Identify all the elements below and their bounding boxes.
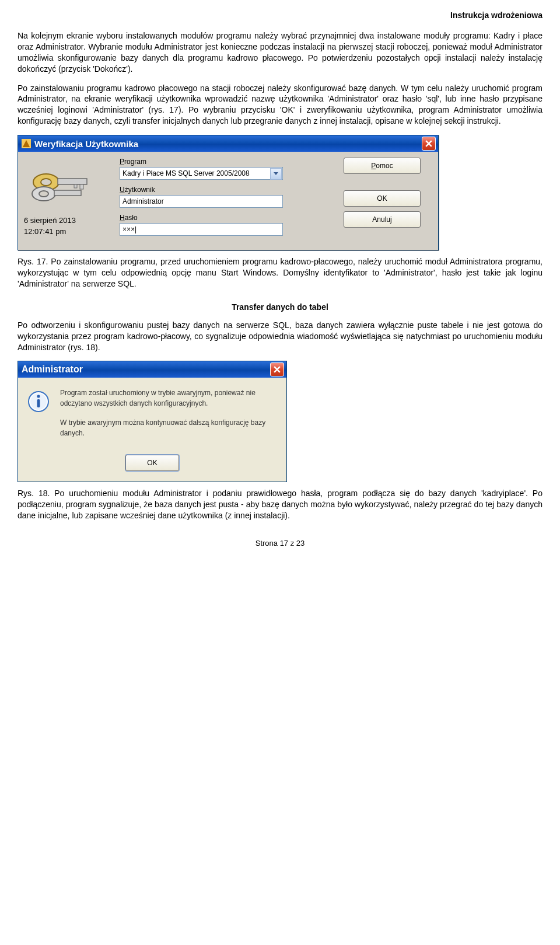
msgbox-line-2: W trybie awaryjnym można kontynuować dal… bbox=[60, 418, 276, 438]
cancel-button[interactable]: Anuluj bbox=[344, 211, 421, 228]
password-value: ×××| bbox=[123, 225, 136, 233]
section-title: Transfer danych do tabel bbox=[18, 302, 542, 312]
help-button[interactable]: Pomoc bbox=[344, 158, 421, 174]
msgbox-ok-button[interactable]: OK bbox=[125, 455, 179, 471]
app-icon bbox=[22, 139, 31, 148]
paragraph-2: Po zainstalowaniu programu kadrowo płaco… bbox=[18, 83, 542, 127]
svg-rect-9 bbox=[54, 190, 81, 196]
password-input[interactable]: ×××| bbox=[120, 223, 283, 236]
page-footer: Strona 17 z 23 bbox=[18, 539, 542, 548]
keys-icon bbox=[24, 161, 100, 214]
user-label: Użytkownik bbox=[120, 186, 332, 194]
svg-point-8 bbox=[39, 191, 48, 197]
dialog-title: Weryfikacja Użytkownika bbox=[34, 139, 138, 149]
info-icon bbox=[27, 390, 50, 413]
msgbox-titlebar[interactable]: Administrator bbox=[18, 361, 286, 378]
verify-user-dialog: Weryfikacja Użytkownika bbox=[18, 135, 439, 250]
administrator-msgbox: Administrator Program został uruchomiony… bbox=[18, 361, 287, 482]
date-text: 6 sierpień 2013 bbox=[24, 216, 117, 225]
close-icon[interactable] bbox=[270, 362, 284, 376]
program-label: Program bbox=[120, 158, 332, 166]
svg-rect-6 bbox=[74, 184, 77, 188]
close-icon[interactable] bbox=[422, 137, 436, 151]
chevron-down-icon[interactable] bbox=[270, 168, 282, 180]
user-input[interactable]: Administrator bbox=[120, 195, 283, 208]
password-label: Hasło bbox=[120, 214, 332, 222]
svg-marker-10 bbox=[274, 172, 278, 175]
paragraph-3: Po odtworzeniu i skonfigurowaniu pustej … bbox=[18, 320, 542, 353]
svg-point-3 bbox=[41, 179, 51, 186]
svg-rect-5 bbox=[80, 184, 83, 189]
titlebar[interactable]: Weryfikacja Użytkownika bbox=[18, 135, 438, 152]
ok-button[interactable]: OK bbox=[344, 190, 421, 207]
figure-18-caption: Rys. 18. Po uruchomieniu modułu Administ… bbox=[18, 488, 542, 521]
msgbox-line-1: Program został uruchomiony w trybie awar… bbox=[60, 388, 276, 409]
page-header: Instrukcja wdrożeniowa bbox=[18, 11, 542, 20]
user-value: Administrator bbox=[123, 197, 164, 205]
program-value: Kadry i Płace MS SQL Server 2005/2008 bbox=[123, 169, 250, 177]
paragraph-1: Na kolejnym ekranie wyboru instalowanych… bbox=[18, 30, 542, 75]
svg-point-13 bbox=[37, 395, 40, 398]
svg-rect-4 bbox=[58, 179, 87, 184]
msgbox-title: Administrator bbox=[22, 364, 83, 375]
program-combo[interactable]: Kadry i Płace MS SQL Server 2005/2008 bbox=[120, 167, 283, 180]
svg-rect-14 bbox=[37, 399, 40, 407]
figure-17-caption: Rys. 17. Po zainstalowaniu programu, prz… bbox=[18, 256, 542, 290]
time-text: 12:07:41 pm bbox=[24, 227, 117, 236]
